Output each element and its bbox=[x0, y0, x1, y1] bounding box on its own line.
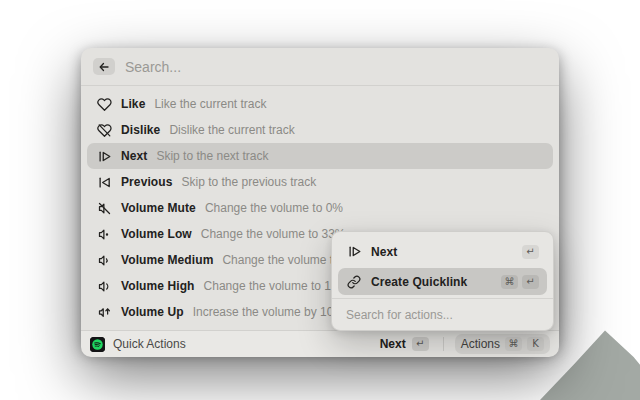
list-item-label: Next bbox=[121, 149, 147, 163]
skip-forward-icon bbox=[346, 244, 362, 260]
command-palette-window: Like Like the current track Dislike Disl… bbox=[81, 48, 559, 352]
volume-low-icon bbox=[96, 226, 112, 242]
list-item-description: Skip to the previous track bbox=[182, 175, 317, 189]
primary-action-button[interactable]: Next ↵ bbox=[377, 335, 432, 353]
popup-item-label: Next bbox=[371, 245, 513, 259]
primary-action-label: Next bbox=[380, 337, 406, 351]
popup-search-input[interactable] bbox=[346, 308, 539, 322]
popup-item-keys: ↵ bbox=[522, 245, 539, 259]
list-item-label: Volume High bbox=[121, 279, 195, 293]
popup-search bbox=[338, 299, 547, 330]
popup-item-create-quicklink[interactable]: Create Quicklink ⌘ ↵ bbox=[338, 268, 547, 295]
list-item-label: Volume Medium bbox=[121, 253, 213, 267]
list-item-next[interactable]: Next Skip to the next track bbox=[87, 143, 553, 169]
command-keycap: ⌘ bbox=[505, 337, 522, 351]
link-icon bbox=[346, 274, 362, 290]
popup-item-keys: ⌘ ↵ bbox=[501, 275, 539, 289]
list-item-previous[interactable]: Previous Skip to the previous track bbox=[87, 169, 553, 195]
list-item-label: Volume Up bbox=[121, 305, 184, 319]
list-item-like[interactable]: Like Like the current track bbox=[87, 91, 553, 117]
skip-forward-icon bbox=[96, 148, 112, 164]
k-keycap: K bbox=[527, 337, 544, 351]
list-item-label: Volume Mute bbox=[121, 201, 196, 215]
actions-menu-button[interactable]: Actions ⌘ K bbox=[455, 334, 550, 354]
list-item-description: Dislike the current track bbox=[169, 123, 294, 137]
status-bar: Quick Actions Next ↵ Actions ⌘ K bbox=[81, 330, 559, 357]
command-keycap: ⌘ bbox=[501, 275, 518, 289]
volume-mute-icon bbox=[96, 200, 112, 216]
list-item-volume-mute[interactable]: Volume Mute Change the volume to 0% bbox=[87, 195, 553, 221]
status-app-name: Quick Actions bbox=[113, 337, 186, 351]
spotify-icon bbox=[90, 337, 105, 352]
search-bar bbox=[81, 48, 559, 86]
list-item-description: Skip to the next track bbox=[156, 149, 268, 163]
list-item-label: Dislike bbox=[121, 123, 160, 137]
skip-back-icon bbox=[96, 174, 112, 190]
volume-high-icon bbox=[96, 278, 112, 294]
back-button[interactable] bbox=[93, 58, 115, 75]
list-item-description: Like the current track bbox=[154, 97, 266, 111]
search-input[interactable] bbox=[125, 59, 547, 75]
list-item-label: Like bbox=[121, 97, 145, 111]
desktop-background: Like Like the current track Dislike Disl… bbox=[0, 0, 640, 400]
list-item-description: Change the volume to 33% bbox=[201, 227, 346, 241]
heart-off-icon bbox=[96, 122, 112, 138]
actions-popup: Next ↵ Create Quicklink ⌘ ↵ bbox=[331, 231, 554, 331]
popup-item-label: Create Quicklink bbox=[371, 275, 492, 289]
heart-icon bbox=[96, 96, 112, 112]
enter-keycap: ↵ bbox=[412, 337, 429, 351]
list-item-label: Previous bbox=[121, 175, 173, 189]
list-item-dislike[interactable]: Dislike Dislike the current track bbox=[87, 117, 553, 143]
list-item-description: Change the volume to 0% bbox=[205, 201, 343, 215]
list-item-description: Increase the volume by 10% bbox=[193, 305, 344, 319]
arrow-left-icon bbox=[96, 61, 112, 73]
popup-item-next[interactable]: Next ↵ bbox=[338, 238, 547, 265]
enter-keycap: ↵ bbox=[522, 275, 539, 289]
status-divider bbox=[443, 337, 444, 351]
actions-menu-label: Actions bbox=[461, 337, 500, 351]
volume-up-icon bbox=[96, 304, 112, 320]
volume-medium-icon bbox=[96, 252, 112, 268]
enter-keycap: ↵ bbox=[522, 245, 539, 259]
list-item-label: Volume Low bbox=[121, 227, 192, 241]
